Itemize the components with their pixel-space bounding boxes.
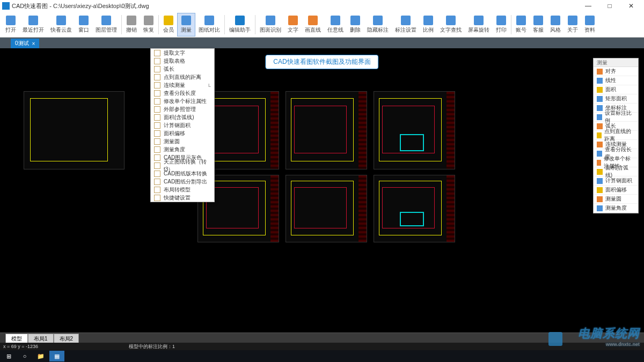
measure-sidepanel: 测量 对齐线性面积矩形面积坐标标注设置标注比例弧长点到直线的距离连续测量查看分段… <box>593 58 639 213</box>
toolbar-图纸对比[interactable]: 图纸对比 <box>195 13 223 36</box>
menu-item-icon <box>154 154 160 161</box>
side-item-计算钢面积[interactable]: 计算钢面积 <box>594 176 638 186</box>
taskbar-app[interactable]: ▦ <box>49 351 64 361</box>
menu-item-点到直线的距离[interactable]: 点到直线的距离 <box>151 73 214 81</box>
toolbar-icon <box>533 16 543 25</box>
toolbar-icon <box>288 16 298 25</box>
drawing-thumbnail[interactable] <box>374 175 455 242</box>
menu-item-修改单个标注属性[interactable]: 修改单个标注属性 <box>151 97 214 105</box>
document-tab[interactable]: 0测试 × <box>11 39 39 48</box>
side-item-测量角度[interactable]: 测量角度 <box>594 204 638 213</box>
side-item-icon <box>597 132 602 138</box>
menu-item-CAD图纸版本转换[interactable]: CAD图纸版本转换 <box>151 169 214 178</box>
toolbar-图斑识别[interactable]: 图斑识别 <box>257 13 284 36</box>
drawing-thumbnail[interactable] <box>286 175 367 242</box>
side-item-线性[interactable]: 线性 <box>594 76 638 85</box>
side-item-icon <box>597 178 603 184</box>
menu-item-icon <box>154 66 160 72</box>
toolbar-资料[interactable]: 资料 <box>581 13 598 36</box>
toolbar-账号[interactable]: 账号 <box>513 13 530 36</box>
toolbar-删除[interactable]: 删除 <box>347 13 364 36</box>
side-item-面积[interactable]: 面积 <box>594 85 638 94</box>
toolbar-图层管理[interactable]: 图层管理 <box>92 13 120 36</box>
toolbar-关于[interactable]: 关于 <box>564 13 581 36</box>
taskbar-start[interactable]: ⊞ <box>1 351 16 361</box>
menu-item-提取表格[interactable]: 提取表格 <box>151 57 214 65</box>
toolbar-比例[interactable]: 比例 <box>420 13 437 36</box>
side-item-点到直线的距离[interactable]: 点到直线的距离 <box>594 131 638 140</box>
watermark-icon <box>548 332 562 346</box>
toolbar-风格[interactable]: 风格 <box>547 13 564 36</box>
menu-item-外部参照管理[interactable]: 外部参照管理 <box>151 105 214 113</box>
toolbar-隐藏标注[interactable]: 隐藏标注 <box>364 13 392 36</box>
toolbar-快看云盘[interactable]: 快看云盘 <box>47 13 75 36</box>
drawing-thumbnail[interactable] <box>286 91 367 169</box>
toolbar-编辑助手[interactable]: 编辑助手 <box>226 13 254 36</box>
toolbar-icon <box>28 16 38 25</box>
toolbar-icon <box>516 16 526 25</box>
thumb-highlight <box>400 212 424 226</box>
toolbar-画直线[interactable]: 画直线 <box>302 13 324 36</box>
side-item-icon <box>597 196 603 202</box>
menu-item-测量圆[interactable]: 测量圆 <box>151 137 214 145</box>
taskbar-explorer[interactable]: 📁 <box>33 351 48 361</box>
toolbar-标注设置[interactable]: 标注设置 <box>392 13 420 36</box>
maximize-button[interactable]: □ <box>599 0 620 12</box>
layout-tab-布局2[interactable]: 布局2 <box>54 334 79 344</box>
close-button[interactable]: ✕ <box>620 0 642 12</box>
thumb-titleblock <box>270 92 279 169</box>
menu-item-icon <box>154 195 160 201</box>
menu-item-icon <box>154 146 160 153</box>
layout-tab-布局1[interactable]: 布局1 <box>28 334 54 344</box>
menu-item-CAD图纸分割导出[interactable]: CAD图纸分割导出 <box>151 178 214 186</box>
toolbar-文字[interactable]: 文字 <box>284 13 302 36</box>
drawing-thumbnail[interactable] <box>374 91 455 169</box>
menu-item-天正图纸转换（转t3）[interactable]: 天正图纸转换（转t3） <box>151 161 214 169</box>
toolbar-屏幕旋转[interactable]: 屏幕旋转 <box>465 13 493 36</box>
menu-item-连续测量[interactable]: 连续测量L <box>151 81 214 89</box>
toolbar-文字查找[interactable]: 文字查找 <box>437 13 465 36</box>
side-item-对齐[interactable]: 对齐 <box>594 67 638 76</box>
menu-item-计算钢面积[interactable]: 计算钢面积 <box>151 121 214 129</box>
side-item-面积偏移[interactable]: 面积偏移 <box>594 186 638 195</box>
toolbar-窗口[interactable]: 窗口 <box>75 13 92 36</box>
layout-tab-模型[interactable]: 模型 <box>5 334 28 344</box>
menu-item-提取文字[interactable]: 提取文字 <box>151 49 214 57</box>
menu-item-布局转模型[interactable]: 布局转模型 <box>151 186 214 194</box>
side-item-label: 面积 <box>605 86 616 93</box>
toolbar-测量[interactable]: 测量 <box>177 13 195 36</box>
side-item-label: 线性 <box>605 77 616 84</box>
menu-item-icon <box>154 179 160 185</box>
menu-item-快捷键设置[interactable]: 快捷键设置 <box>151 194 214 202</box>
toolbar-打开[interactable]: 打开 <box>2 13 19 36</box>
toolbar-会员[interactable]: 会员 <box>160 13 177 36</box>
toolbar-label: 打开 <box>5 26 16 34</box>
drawing-canvas[interactable]: CAD快速看图软件截图及功能界面 提取文字提取表格弧长点到直线的距离连续测量L查… <box>0 48 644 333</box>
tab-close-icon[interactable]: × <box>32 41 35 47</box>
toolbar-撤销[interactable]: 撤销 <box>123 13 140 36</box>
toolbar-最近打开[interactable]: 最近打开 <box>19 13 47 36</box>
menu-item-label: 面积(含弧线) <box>164 114 211 121</box>
toolbar-label: 资料 <box>584 26 595 34</box>
watermark-url: www.dnxtc.net <box>578 342 640 347</box>
menu-item-面积偏移[interactable]: 面积偏移 <box>151 129 214 137</box>
side-item-面积(含弧线)[interactable]: 面积(含弧线) <box>594 167 638 176</box>
menu-item-弧长[interactable]: 弧长 <box>151 65 214 73</box>
toolbar-客服[interactable]: 客服 <box>530 13 547 36</box>
taskbar-search[interactable]: ○ <box>17 351 32 361</box>
thumb-plan <box>294 106 347 153</box>
minimize-button[interactable]: — <box>577 0 599 12</box>
menu-item-测量角度[interactable]: 测量角度 <box>151 145 214 153</box>
drawing-thumbnail[interactable] <box>24 91 125 169</box>
toolbar-打印[interactable]: 打印 <box>493 13 510 36</box>
side-item-设置标注比例[interactable]: 设置标注比例 <box>594 113 638 122</box>
menu-item-面积(含弧线)[interactable]: 面积(含弧线) <box>151 113 214 121</box>
toolbar-icon <box>6 16 16 25</box>
side-item-icon <box>597 123 603 129</box>
side-item-测量圆[interactable]: 测量圆 <box>594 195 638 204</box>
toolbar-任意线[interactable]: 任意线 <box>324 13 347 36</box>
menu-item-查看分段长度[interactable]: 查看分段长度 <box>151 89 214 97</box>
toolbar-icon <box>235 16 245 25</box>
toolbar-恢复[interactable]: 恢复 <box>140 13 157 36</box>
side-item-矩形面积[interactable]: 矩形面积 <box>594 94 638 104</box>
